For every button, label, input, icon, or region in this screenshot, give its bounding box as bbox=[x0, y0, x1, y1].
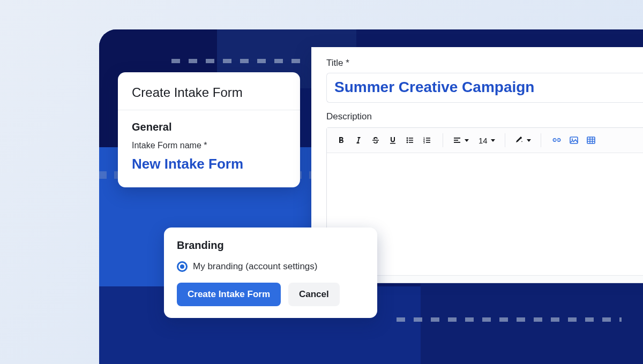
create-intake-form-card: Create Intake Form General Intake Form n… bbox=[118, 72, 300, 187]
svg-point-16 bbox=[571, 139, 573, 140]
branding-heading: Branding bbox=[177, 239, 364, 252]
underline-icon[interactable] bbox=[385, 132, 401, 148]
table-icon[interactable] bbox=[583, 132, 599, 148]
svg-rect-15 bbox=[570, 137, 578, 143]
chevron-down-icon bbox=[527, 139, 531, 142]
editor-toolbar: 123 14 bbox=[327, 128, 643, 153]
chevron-down-icon bbox=[491, 139, 495, 142]
chevron-down-icon bbox=[465, 139, 469, 142]
branding-card: Branding My branding (account settings) … bbox=[164, 228, 377, 318]
card-title: Create Intake Form bbox=[118, 72, 300, 110]
magic-wand-dropdown[interactable] bbox=[513, 136, 533, 145]
font-size-dropdown[interactable]: 14 bbox=[476, 136, 497, 145]
italic-icon[interactable] bbox=[350, 132, 367, 148]
svg-rect-9 bbox=[426, 140, 430, 141]
svg-rect-17 bbox=[587, 137, 595, 143]
svg-rect-3 bbox=[409, 140, 413, 141]
title-input[interactable]: Summer Creative Campaign bbox=[326, 73, 643, 103]
svg-rect-5 bbox=[409, 142, 413, 143]
svg-rect-1 bbox=[409, 138, 413, 139]
svg-rect-14 bbox=[454, 142, 460, 143]
branding-radio-my-branding[interactable]: My branding (account settings) bbox=[177, 261, 364, 272]
image-icon[interactable] bbox=[566, 132, 582, 148]
decorative-dashes bbox=[397, 317, 622, 322]
font-size-value: 14 bbox=[478, 136, 488, 145]
intake-form-name-input[interactable]: New Intake Form bbox=[132, 156, 286, 172]
svg-point-0 bbox=[407, 138, 408, 139]
align-dropdown[interactable] bbox=[451, 136, 471, 145]
description-label: Description bbox=[326, 111, 643, 122]
ordered-list-icon[interactable]: 123 bbox=[419, 132, 435, 148]
section-general-heading: General bbox=[132, 121, 286, 133]
intake-form-name-label: Intake Form name * bbox=[132, 141, 286, 150]
svg-rect-7 bbox=[426, 138, 430, 139]
decorative-dashes bbox=[171, 59, 305, 63]
create-intake-form-button[interactable]: Create Intake Form bbox=[177, 283, 281, 306]
link-icon[interactable] bbox=[549, 132, 565, 148]
strikethrough-icon[interactable] bbox=[368, 132, 384, 148]
svg-point-4 bbox=[407, 142, 408, 143]
svg-text:3: 3 bbox=[423, 141, 425, 144]
radio-selected-icon bbox=[177, 261, 188, 272]
svg-rect-12 bbox=[454, 138, 460, 139]
branding-radio-label: My branding (account settings) bbox=[193, 261, 317, 272]
svg-rect-11 bbox=[426, 142, 430, 143]
unordered-list-icon[interactable] bbox=[402, 132, 418, 148]
bold-icon[interactable] bbox=[333, 132, 349, 148]
svg-rect-13 bbox=[454, 140, 458, 141]
cancel-button[interactable]: Cancel bbox=[288, 283, 340, 306]
svg-point-2 bbox=[407, 140, 408, 141]
title-label: Title * bbox=[326, 58, 643, 69]
